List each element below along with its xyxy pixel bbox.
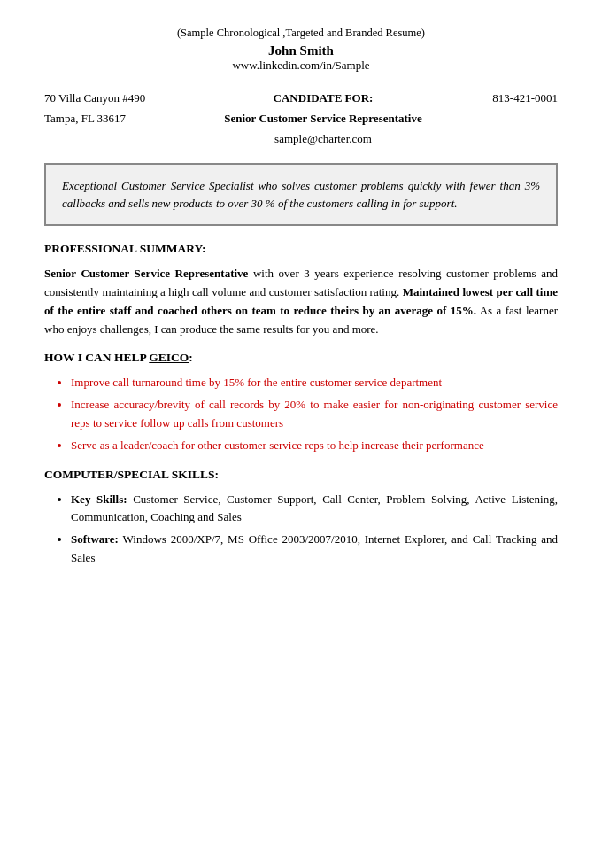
summary-box-text: Exceptional Customer Service Specialist … [62,179,540,210]
email: sample@charter.com [195,129,452,150]
help-section-title: HOW I CAN HELP GEICO: [44,351,558,365]
help-colon: : [189,351,193,364]
contact-section: 70 Villa Canyon #490 Tampa, FL 33617 CAN… [44,89,558,149]
header-linkedin: www.linkedin.com/in/Sample [44,58,558,73]
job-title: Senior Customer Service Representative [195,109,452,129]
phone-number: 813-421-0001 [452,89,558,109]
professional-summary-body: Senior Customer Service Representative w… [44,265,558,338]
help-bullet-2: Increase accuracy/brevity of call record… [71,396,558,433]
candidate-label: CANDIDATE FOR: [195,89,452,109]
resume-header: (Sample Chronological ,Targeted and Bran… [44,27,558,73]
skills-section-title: COMPUTER/SPECIAL SKILLS: [44,468,558,482]
skills-bullet-2: Software: Windows 2000/XP/7, MS Office 2… [71,531,558,568]
help-bullet-3: Serve as a leader/coach for other custom… [71,437,558,455]
summary-box: Exceptional Customer Service Specialist … [44,163,558,226]
help-company: GEICO [149,351,189,364]
address-line2: Tampa, FL 33617 [44,109,195,129]
skills-key-label: Key Skills: [71,492,127,506]
contact-middle: CANDIDATE FOR: Senior Customer Service R… [195,89,452,149]
pro-summary-bold-intro: Senior Customer Service Representative [44,267,248,280]
address-line1: 70 Villa Canyon #490 [44,89,195,109]
professional-summary-title: PROFESSIONAL SUMMARY: [44,242,558,256]
skills-key-text: Customer Service, Customer Support, Call… [71,492,558,524]
skills-bullet-1: Key Skills: Customer Service, Customer S… [71,491,558,528]
skills-bullets-list: Key Skills: Customer Service, Customer S… [71,491,558,568]
header-subtitle: (Sample Chronological ,Targeted and Bran… [44,27,558,40]
skills-software-text: Windows 2000/XP/7, MS Office 2003/2007/2… [71,532,558,564]
help-title-text: HOW I CAN HELP [44,351,149,364]
help-bullet-1: Improve call turnaround time by 15% for … [71,374,558,392]
contact-phone: 813-421-0001 [452,89,558,149]
header-name: John Smith [44,43,558,58]
help-bullets-list: Improve call turnaround time by 15% for … [71,374,558,454]
skills-software-label: Software: [71,532,119,546]
contact-address: 70 Villa Canyon #490 Tampa, FL 33617 [44,89,195,149]
